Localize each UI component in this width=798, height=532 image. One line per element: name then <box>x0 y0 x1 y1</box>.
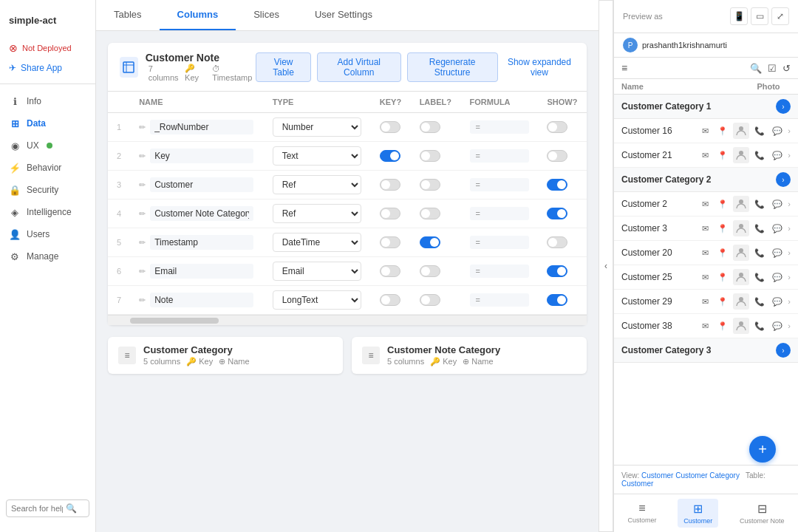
phone-icon[interactable]: 📞 <box>752 318 767 333</box>
email-icon[interactable]: ✉ <box>698 318 712 333</box>
tablet-view-button[interactable]: ▭ <box>751 7 768 25</box>
label-toggle[interactable] <box>420 150 440 162</box>
mobile-view-button[interactable]: 📱 <box>730 7 748 25</box>
location-icon[interactable]: 📍 <box>715 197 730 211</box>
category-expand-icon[interactable]: › <box>776 99 791 114</box>
refresh-toolbar-icon[interactable]: ↺ <box>782 63 791 74</box>
chat-icon[interactable]: 💬 <box>770 221 785 236</box>
show-toggle[interactable] <box>547 208 567 219</box>
column-name-input[interactable] <box>150 264 253 279</box>
key-toggle[interactable] <box>380 179 400 191</box>
show-toggle[interactable] <box>547 121 567 133</box>
sidebar-item-behavior[interactable]: ⚡ Behavior <box>0 157 95 179</box>
sidebar-item-security[interactable]: 🔒 Security <box>0 179 95 201</box>
key-toggle[interactable] <box>380 294 400 306</box>
hamburger-icon[interactable]: ≡ <box>621 62 627 74</box>
location-icon[interactable]: 📍 <box>715 123 730 138</box>
sidebar-item-manage[interactable]: ⚙ Manage <box>0 245 95 267</box>
formula-bar[interactable]: = <box>470 236 530 249</box>
label-toggle[interactable] <box>420 179 440 191</box>
sidebar-item-users[interactable]: 👤 Users <box>0 223 95 245</box>
column-name-input[interactable] <box>150 177 253 192</box>
customer-row[interactable]: Customer 20 ✉ 📍 📞 💬 › <box>614 241 798 265</box>
phone-icon[interactable]: 📞 <box>752 221 767 236</box>
label-toggle[interactable] <box>420 294 440 306</box>
key-toggle[interactable] <box>380 208 400 219</box>
customer-row[interactable]: Customer 29 ✉ 📍 📞 💬 › <box>614 290 798 314</box>
share-app-button[interactable]: ✈ Share App <box>0 58 95 78</box>
tab-columns[interactable]: Columns <box>160 0 236 30</box>
label-toggle[interactable] <box>420 208 440 219</box>
sidebar-item-ux[interactable]: ◉ UX <box>0 134 95 157</box>
phone-icon[interactable]: 📞 <box>752 245 767 260</box>
phone-icon[interactable]: 📞 <box>752 148 767 163</box>
customer-row[interactable]: Customer 21 ✉ 📍 📞 💬 › <box>614 143 798 168</box>
person-icon[interactable] <box>733 196 749 212</box>
customer-row[interactable]: Customer 3 ✉ 📍 📞 💬 › <box>614 216 798 241</box>
panel-collapse-button[interactable]: ‹ <box>598 0 613 532</box>
view-link[interactable]: Customer Customer Category <box>641 471 740 480</box>
phone-icon[interactable]: 📞 <box>752 294 767 309</box>
tab-tables[interactable]: Tables <box>96 0 160 30</box>
search-toolbar-icon[interactable]: 🔍 <box>750 63 762 74</box>
chat-icon[interactable]: 💬 <box>770 123 785 138</box>
person-icon[interactable] <box>733 147 749 163</box>
formula-bar[interactable]: = <box>470 149 530 163</box>
key-toggle[interactable] <box>380 265 400 277</box>
show-toggle[interactable] <box>547 179 567 191</box>
formula-bar[interactable]: = <box>470 178 530 191</box>
table-link[interactable]: Customer <box>621 480 653 488</box>
location-icon[interactable]: 📍 <box>715 148 730 163</box>
type-select[interactable]: Ref <box>273 204 361 223</box>
type-select[interactable]: Number <box>273 117 361 137</box>
category-expand-icon[interactable]: › <box>776 172 791 187</box>
phone-icon[interactable]: 📞 <box>752 270 767 284</box>
show-toggle[interactable] <box>547 294 567 306</box>
person-icon[interactable] <box>733 245 749 261</box>
location-icon[interactable]: 📍 <box>715 221 730 236</box>
person-icon[interactable] <box>733 293 749 310</box>
person-icon[interactable] <box>733 269 749 285</box>
formula-bar[interactable]: = <box>470 207 530 220</box>
customer-row[interactable]: Customer 38 ✉ 📍 📞 💬 › <box>614 314 798 338</box>
label-toggle[interactable] <box>420 265 440 277</box>
bottom-nav-customer-list[interactable]: ≡ Customer <box>621 499 662 528</box>
tab-slices[interactable]: Slices <box>236 0 297 30</box>
formula-bar[interactable]: = <box>470 120 530 134</box>
edit-icon[interactable]: ✏ <box>139 123 146 132</box>
edit-icon[interactable]: ✏ <box>139 209 146 219</box>
email-icon[interactable]: ✉ <box>698 294 712 309</box>
type-select[interactable]: DateTime <box>273 233 361 252</box>
location-icon[interactable]: 📍 <box>715 318 730 333</box>
column-name-input[interactable] <box>150 235 253 250</box>
show-expanded-view-button[interactable]: Show expanded view <box>504 52 575 82</box>
help-search-input[interactable] <box>11 504 63 513</box>
person-icon[interactable] <box>733 220 749 236</box>
label-toggle[interactable] <box>420 236 440 248</box>
key-toggle[interactable] <box>380 121 400 133</box>
edit-icon[interactable]: ✏ <box>139 151 146 161</box>
person-icon[interactable] <box>733 123 749 139</box>
location-icon[interactable]: 📍 <box>715 270 730 284</box>
help-search[interactable]: 🔍 <box>6 499 89 517</box>
regenerate-structure-button[interactable]: Regenerate Structure <box>407 52 498 82</box>
category-expand-icon[interactable]: › <box>776 343 791 358</box>
type-select[interactable]: Text <box>273 146 361 166</box>
phone-icon[interactable]: 📞 <box>752 123 767 138</box>
chat-icon[interactable]: 💬 <box>770 197 785 211</box>
tab-user-settings[interactable]: User Settings <box>297 0 390 30</box>
expand-view-button[interactable]: ⤢ <box>771 7 789 25</box>
phone-icon[interactable]: 📞 <box>752 197 767 211</box>
category-row[interactable]: Customer Category 1 › <box>614 95 798 119</box>
customer-row[interactable]: Customer 25 ✉ 📍 📞 💬 › <box>614 265 798 290</box>
edit-icon[interactable]: ✏ <box>139 296 146 305</box>
sidebar-item-info[interactable]: ℹ Info <box>0 90 95 112</box>
location-icon[interactable]: 📍 <box>715 245 730 260</box>
column-name-input[interactable] <box>150 120 253 134</box>
bottom-nav-customer-grid[interactable]: ⊞ Customer <box>678 499 718 528</box>
show-toggle[interactable] <box>547 265 567 277</box>
key-toggle[interactable] <box>380 150 400 162</box>
customer-row[interactable]: Customer 2 ✉ 📍 📞 💬 › <box>614 192 798 216</box>
type-select[interactable]: LongText <box>273 290 361 310</box>
customer-row[interactable]: Customer 16 ✉ 📍 📞 💬 › <box>614 119 798 143</box>
